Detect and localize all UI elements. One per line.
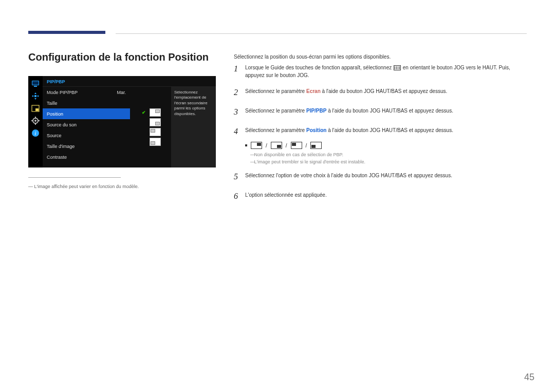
note-separator <box>28 177 121 178</box>
step-text: Sélectionnez le paramètre Position à l'a… <box>245 125 527 134</box>
step-number: 6 <box>234 190 245 202</box>
pos-icon-bottom-left <box>310 142 322 149</box>
step-text: Sélectionnez l'option de votre choix à l… <box>245 171 527 179</box>
step-text: Lorsque le Guide des touches de fonction… <box>245 63 527 79</box>
step-text: L'option sélectionnée est appliquée. <box>245 190 527 199</box>
menu-icon <box>394 65 401 70</box>
bullet-icon <box>245 144 247 146</box>
step-4-post: à l'aide du bouton JOG HAUT/BAS et appuy… <box>326 127 453 133</box>
info-icon: i <box>31 128 40 138</box>
step-5: 5 Sélectionnez l'option de votre choix à… <box>234 171 527 183</box>
step-4-pre: Sélectionnez le paramètre <box>245 127 306 133</box>
step-6: 6 L'option sélectionnée est appliquée. <box>234 190 527 202</box>
step-number: 5 <box>234 171 245 183</box>
svg-rect-1 <box>32 81 39 85</box>
page-title: Configuration de la fonction Position <box>28 51 209 63</box>
step-3: 3 Sélectionnez le paramètre PIP/PBP à l'… <box>234 106 527 118</box>
osd-item-mode[interactable]: Mode PIP/PBP Mar. <box>43 87 130 98</box>
step-3-post: à l'aide du bouton JOG HAUT/BAS et appuy… <box>326 108 453 114</box>
step-text: Sélectionnez le paramètre PIP/PBP à l'ai… <box>245 106 527 115</box>
svg-marker-4 <box>34 92 36 94</box>
position-option-br[interactable]: ✔ <box>140 118 161 126</box>
osd-item-source[interactable]: Source <box>43 130 130 141</box>
osd-item-position[interactable]: Position <box>43 108 130 119</box>
header-rule <box>116 33 527 34</box>
osd-item-label: Taille <box>47 101 58 106</box>
osd-item-sourceson[interactable]: Source du son <box>43 119 130 130</box>
svg-rect-2 <box>34 86 37 87</box>
slash: / <box>266 143 267 148</box>
osd-item-label: Source du son <box>47 122 77 127</box>
step-3-highlight: PIP/PBP <box>306 108 326 114</box>
osd-help-text: Sélectionnez l'emplacement de l'écran se… <box>171 87 216 167</box>
gear-icon <box>31 116 40 125</box>
svg-marker-7 <box>38 95 39 97</box>
osd-item-tailleimg[interactable]: Taille d'image <box>43 141 130 152</box>
window-icon <box>31 104 40 113</box>
osd-menu: Mode PIP/PBP Mar. Taille Position Source… <box>43 87 130 167</box>
step-4: 4 Sélectionnez le paramètre Position à l… <box>234 125 527 138</box>
slash: / <box>286 143 287 148</box>
pos-icon-top-right <box>251 142 262 149</box>
osd-title: PIP/PBP <box>43 76 216 87</box>
svg-point-11 <box>34 120 36 122</box>
check-icon: ✔ <box>140 109 147 116</box>
svg-rect-9 <box>35 108 39 111</box>
step-2: 2 Sélectionnez le paramètre Ecran à l'ai… <box>234 86 527 99</box>
osd-item-label: Contraste <box>47 155 67 160</box>
position-option-bl[interactable]: ✔ <box>140 138 161 146</box>
osd-item-value: Mar. <box>117 90 126 95</box>
model-note: ― L'image affichée peut varier en foncti… <box>28 184 139 189</box>
osd-item-label: Position <box>47 111 63 117</box>
header-accent-bar <box>28 31 105 34</box>
subnote-signal: L'image peut trembler si le signal d'ent… <box>250 159 527 164</box>
osd-item-label: Source <box>47 133 62 138</box>
step-number: 3 <box>234 106 245 118</box>
steps-list: 1 Lorsque le Guide des touches de foncti… <box>234 63 527 210</box>
subnote-pbp: Non disponible en cas de sélection de PB… <box>250 152 527 157</box>
step-2-post: à l'aide du bouton JOG HAUT/BAS et appuy… <box>321 88 448 94</box>
svg-marker-6 <box>32 95 33 97</box>
step-3-pre: Sélectionnez le paramètre <box>245 108 306 114</box>
osd-main: PIP/PBP Mode PIP/PBP Mar. Taille Positio… <box>43 76 216 167</box>
svg-marker-5 <box>34 98 36 100</box>
step-2-pre: Sélectionnez le paramètre <box>245 88 306 94</box>
osd-item-label: Taille d'image <box>47 144 75 149</box>
step-text: Sélectionnez le paramètre Ecran à l'aide… <box>245 86 527 95</box>
osd-item-label: Mode PIP/PBP <box>47 90 78 95</box>
osd-panel: i PIP/PBP Mode PIP/PBP Mar. Taille Posit… <box>28 76 216 167</box>
step-number: 2 <box>234 86 245 99</box>
osd-preview-column: ✔ ✔ ✔ ✔ <box>130 87 171 167</box>
svg-rect-3 <box>34 95 36 97</box>
page-number: 45 <box>524 372 534 383</box>
step-1: 1 Lorsque le Guide des touches de foncti… <box>234 63 527 79</box>
step-4-highlight: Position <box>306 127 326 133</box>
note-text: L'image affichée peut varier en fonction… <box>34 184 139 189</box>
slash: / <box>306 143 307 148</box>
pos-icon-top-left <box>291 142 302 149</box>
nav-arrows-icon <box>31 91 40 101</box>
position-options-row: / / / <box>245 142 527 149</box>
step-1-pre: Lorsque le Guide des touches de fonction… <box>245 65 393 70</box>
pos-icon-bottom-right <box>271 142 282 149</box>
osd-item-taille[interactable]: Taille <box>43 98 130 108</box>
svg-text:i: i <box>35 130 36 136</box>
osd-sidebar-icons: i <box>28 76 43 167</box>
position-option-tl[interactable]: ✔ <box>140 128 161 136</box>
step-2-highlight: Ecran <box>306 88 321 94</box>
monitor-icon <box>31 79 40 88</box>
osd-item-contraste[interactable]: Contraste <box>43 152 130 162</box>
position-option-tr[interactable]: ✔ <box>140 108 161 117</box>
step-number: 4 <box>234 125 245 138</box>
intro-text: Sélectionnez la position du sous-écran p… <box>234 54 527 60</box>
step-number: 1 <box>234 63 245 75</box>
